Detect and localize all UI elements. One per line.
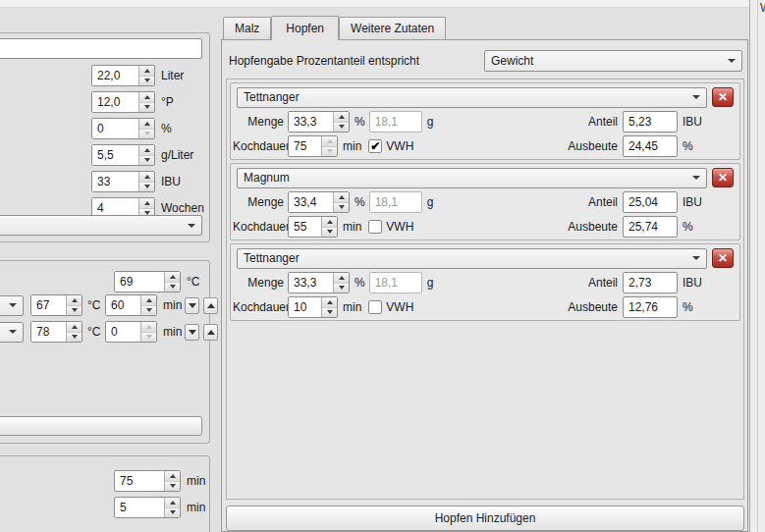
remove-hop-button[interactable]: ✕ — [712, 87, 734, 107]
hop-list-scroll-area[interactable]: Tettnanger ✕ Menge 33,3 % 18,1 g Antei — [226, 79, 744, 500]
ingredient-tab-bar: Malz Hopfen Weitere Zutaten — [223, 15, 446, 39]
step-time-spinbox[interactable]: 60 — [105, 294, 157, 316]
spin-up-button[interactable] — [139, 198, 154, 209]
spin-up-button[interactable] — [334, 273, 349, 284]
spin-down-button[interactable] — [139, 130, 154, 139]
hopfen-tab-panel: Hopfengabe Prozentanteil entspricht Gewi… — [221, 39, 748, 532]
plato-spinbox[interactable]: 12,0 — [91, 91, 155, 113]
spin-up-button[interactable] — [165, 498, 180, 508]
spin-up-button[interactable] — [334, 112, 349, 123]
add-mash-step-button[interactable] — [0, 416, 202, 436]
tab-malz[interactable]: Malz — [223, 17, 271, 39]
spin-down-button[interactable] — [139, 156, 154, 166]
remove-hop-button[interactable]: ✕ — [712, 248, 734, 268]
min-unit: min — [343, 139, 361, 153]
move-step-up-button[interactable] — [203, 297, 218, 314]
field-row-ibu: 33 IBU — [91, 171, 181, 192]
step-temp-spinbox[interactable]: 67 — [30, 294, 82, 316]
spin-down-button[interactable] — [67, 306, 82, 316]
hop-menge-value: 33,3 — [289, 273, 333, 293]
hop-unit-select[interactable]: Gewicht — [484, 50, 742, 72]
step-time-value: 60 — [106, 295, 140, 315]
hop-menge-value: 33,3 — [289, 112, 333, 132]
recipe-name-input[interactable] — [0, 38, 202, 59]
hop-menge-row: Menge 33,4 % 18,1 g Anteil 25,04 IBU — [233, 191, 734, 213]
rest-time-spinbox[interactable]: 5 — [114, 497, 181, 518]
mash-step-select[interactable] — [0, 322, 24, 343]
close-icon: ✕ — [718, 171, 728, 185]
add-hop-button[interactable]: Hopfen Hinzufügen — [226, 505, 744, 531]
spin-up-button[interactable] — [139, 172, 154, 183]
mash-step-select[interactable] — [0, 295, 24, 316]
spin-up-button[interactable] — [322, 217, 337, 228]
move-step-down-button[interactable] — [185, 324, 199, 341]
spin-down-button[interactable] — [141, 333, 156, 343]
hop-name-select[interactable]: Tettnanger — [237, 87, 707, 108]
spin-up-button[interactable] — [139, 92, 154, 103]
spin-up-button[interactable] — [334, 192, 349, 203]
spin-up-button[interactable] — [139, 119, 154, 130]
arrow-down-icon — [144, 158, 150, 162]
move-step-down-button[interactable] — [185, 297, 199, 314]
percent-spinbox[interactable]: 0 — [91, 118, 155, 139]
spin-up-button[interactable] — [141, 322, 156, 333]
right-panel-edge: W — [749, 0, 765, 532]
spin-up-button[interactable] — [67, 295, 82, 306]
hop-menge-spinbox[interactable]: 33,3 — [288, 272, 350, 293]
spin-down-button[interactable] — [141, 306, 156, 316]
spin-down-button[interactable] — [165, 508, 180, 518]
mash-temp-unit: °C — [187, 275, 199, 289]
spin-up-button[interactable] — [322, 136, 337, 147]
spin-down-button[interactable] — [165, 283, 180, 293]
ibu-spinbox[interactable]: 33 — [91, 171, 155, 192]
rest-time-value: 5 — [115, 498, 164, 517]
anlage-select[interactable]: anlage — [0, 215, 202, 236]
spin-down-button[interactable] — [139, 183, 154, 192]
spin-up-button[interactable] — [165, 471, 180, 482]
arrow-up-icon — [339, 195, 345, 199]
vwh-checkbox[interactable]: ✔ — [368, 300, 382, 314]
spin-down-button[interactable] — [322, 147, 337, 157]
spin-down-button[interactable] — [139, 103, 154, 113]
move-step-up-button[interactable] — [203, 324, 218, 341]
spin-down-button[interactable] — [322, 308, 337, 318]
arrow-down-icon — [339, 125, 345, 129]
mash-temp-spinbox[interactable]: 69 — [114, 271, 181, 293]
gram-unit: g — [427, 115, 434, 129]
boil-time-spinbox[interactable]: 75 — [114, 470, 181, 492]
spin-down-button[interactable] — [165, 482, 180, 492]
tab-hopfen[interactable]: Hopfen — [271, 16, 339, 40]
hop-name-select[interactable]: Tettnanger — [237, 248, 707, 269]
step-time-spinbox[interactable]: 0 — [105, 321, 157, 343]
hop-kochdauer-spinbox[interactable]: 55 — [288, 216, 338, 238]
hop-name-select[interactable]: Magnum — [237, 168, 707, 188]
kochdauer-label: Kochdauer — [233, 139, 284, 153]
liter-spinbox[interactable]: 22,0 — [91, 65, 155, 86]
spin-up-button[interactable] — [165, 272, 180, 283]
hop-kochdauer-spinbox[interactable]: 75 — [288, 135, 338, 157]
spin-down-button[interactable] — [334, 123, 349, 133]
spin-up-button[interactable] — [141, 295, 156, 306]
min-unit: min — [343, 300, 361, 314]
spin-down-button[interactable] — [322, 228, 337, 238]
tab-weitere-zutaten[interactable]: Weitere Zutaten — [339, 17, 446, 39]
hop-menge-spinbox[interactable]: 33,4 — [288, 191, 350, 213]
spin-down-button[interactable] — [139, 77, 154, 86]
spin-down-button[interactable] — [334, 284, 349, 293]
hop-kochdauer-spinbox[interactable]: 10 — [288, 296, 338, 318]
plato-label: °P — [161, 95, 174, 109]
hop-menge-spinbox[interactable]: 33,3 — [288, 111, 350, 133]
spin-up-button[interactable] — [67, 322, 82, 333]
gliter-spinbox[interactable]: 5,5 — [91, 144, 155, 166]
spin-up-button[interactable] — [322, 297, 337, 308]
vwh-checkbox[interactable]: ✔ — [368, 139, 382, 153]
spin-up-button[interactable] — [139, 145, 154, 156]
spin-down-button[interactable] — [334, 203, 349, 213]
spin-down-button[interactable] — [67, 333, 82, 343]
hop-kochdauer-value: 55 — [289, 217, 321, 237]
ibu-unit: IBU — [683, 195, 708, 209]
spin-up-button[interactable] — [139, 66, 154, 77]
vwh-checkbox[interactable]: ✔ — [368, 220, 382, 234]
step-temp-spinbox[interactable]: 78 — [30, 321, 82, 343]
remove-hop-button[interactable]: ✕ — [712, 168, 734, 187]
